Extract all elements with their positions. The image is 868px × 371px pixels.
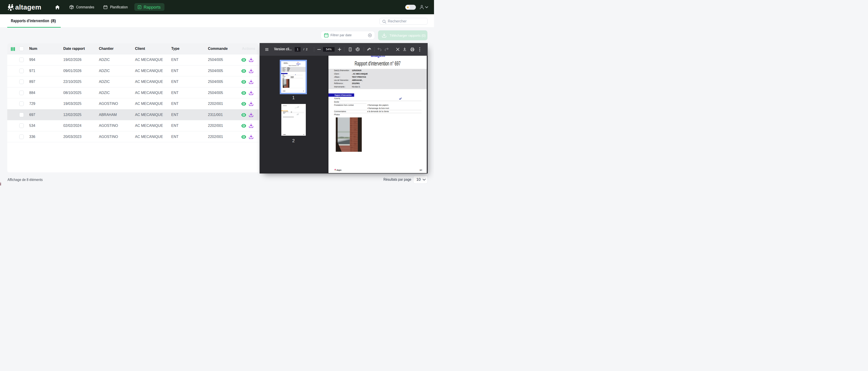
- svg-text:. AC MECANIQUE: . AC MECANIQUE: [352, 72, 368, 75]
- svg-text:altagem: altagem: [296, 63, 301, 65]
- svg-text:Prestations hors contrat: Prestations hors contrat: [334, 104, 353, 106]
- svg-text:ABRAHAM ,: ABRAHAM ,: [352, 79, 363, 81]
- svg-text:Photos: Photos: [334, 114, 340, 116]
- svg-text:12/02/2025: 12/02/2025: [352, 69, 361, 71]
- svg-text:Client :: Client :: [334, 72, 340, 75]
- svg-text:Commentaires: Commentaires: [334, 111, 346, 113]
- svg-text:Durée: Durée: [334, 101, 339, 103]
- svg-text:2311/001: 2311/001: [352, 82, 360, 85]
- svg-text:Rapport d'intervention: Rapport d'intervention: [335, 94, 351, 96]
- svg-text:Rapport d'intervention n° 697: Rapport d'intervention n° 697: [354, 60, 401, 67]
- svg-text:Référence :: Référence :: [334, 82, 344, 85]
- svg-text:Intervenants :: Intervenants :: [334, 85, 345, 88]
- svg-text:TONTE: TONTE: [334, 98, 340, 100]
- svg-text:1/2: 1/2: [420, 169, 422, 171]
- svg-text:• Ramassage du bois mort: • Ramassage du bois mort: [367, 107, 389, 109]
- svg-text:Rapport d'intervention n° 697: Rapport d'intervention n° 697: [289, 65, 299, 66]
- svg-text:Date(s) d'intervention :: Date(s) d'intervention :: [334, 69, 350, 71]
- svg-text:TEST PRESTAS: TEST PRESTAS: [352, 76, 366, 78]
- svg-text:a la demande de la cliente: a la demande de la cliente: [367, 111, 389, 113]
- svg-text:• Ramassage des papiers: • Ramassage des papiers: [367, 104, 388, 106]
- svg-text:altagem: altagem: [371, 56, 385, 58]
- svg-text:altagem: altagem: [336, 169, 341, 171]
- svg-text:Lieu de l'intervention :: Lieu de l'intervention :: [334, 79, 349, 81]
- svg-text:Affaire :: Affaire :: [334, 76, 340, 78]
- svg-text:Nicolas D.: Nicolas D.: [352, 86, 361, 88]
